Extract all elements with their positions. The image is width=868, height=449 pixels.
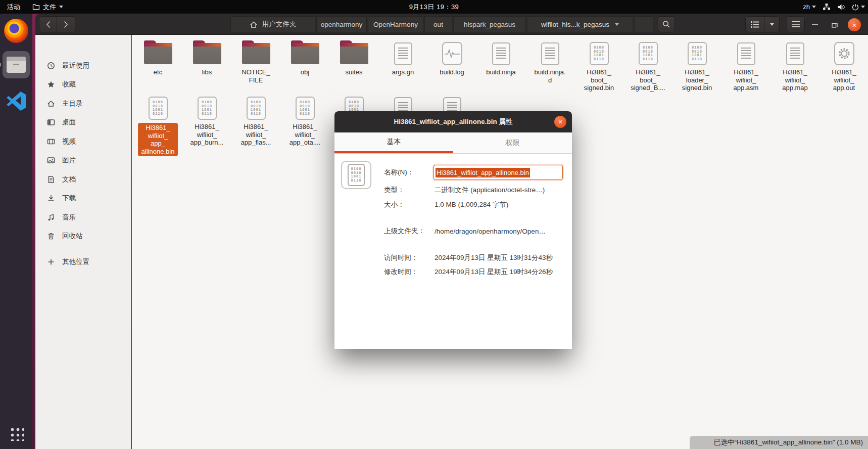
field-name: 名称(N)： — [384, 168, 435, 177]
sidebar-item-videos[interactable]: 视频 — [35, 132, 131, 151]
file-item[interactable]: 0100 0010 1001 0110 Hi3861_ wifiiot_ app… — [280, 96, 329, 156]
window-menu-button[interactable] — [787, 16, 805, 32]
app-menu-label: 文件 — [43, 3, 56, 12]
document-icon — [47, 175, 55, 184]
image-icon — [47, 156, 55, 164]
show-applications-icon[interactable] — [9, 426, 24, 441]
file-item[interactable]: suites — [329, 41, 378, 92]
firefox-icon[interactable] — [4, 19, 28, 43]
folder-icon — [242, 43, 270, 64]
file-item[interactable]: build.ninja — [476, 41, 525, 92]
vscode-icon[interactable] — [5, 89, 27, 112]
file-item[interactable]: Hi3861_ wifiiot_ app.asm — [721, 41, 770, 92]
breadcrumb-home[interactable]: 用户文件夹 — [230, 16, 315, 32]
file-name: Hi3861_ boot_ signed.bin — [584, 68, 614, 92]
field-value: 1.0 MB (1,009,284 字节) — [435, 200, 508, 209]
breadcrumb-out[interactable]: out — [424, 16, 452, 32]
breadcrumb-label: hispark_pegasus — [464, 21, 515, 28]
tab-permissions[interactable]: 权限 — [453, 132, 572, 153]
file-name: obj — [301, 68, 309, 76]
breadcrumb-openharmony[interactable]: openharmony — [316, 16, 367, 32]
file-item[interactable]: Hi3861_ wifiiot_ app.out — [819, 41, 868, 92]
file-name: Hi3861_ loader_ signed.bin — [682, 68, 712, 92]
sidebar-item-label: 视频 — [62, 137, 76, 146]
file-name: Hi3861_ wifiiot_ app_burn... — [190, 123, 224, 147]
binary-file-icon: 0100 0010 1001 0110 — [639, 42, 658, 65]
dialog-title-bar[interactable]: Hi3861_wifiiot_app_allinone.bin 属性 × — [334, 111, 572, 132]
window-close-button[interactable]: × — [848, 18, 861, 31]
back-button[interactable] — [39, 16, 57, 32]
chevron-down-icon — [812, 6, 816, 8]
download-icon — [47, 194, 55, 202]
active-app-indicator — [0, 63, 1, 67]
binary-file-icon-large: 0100 0010 1001 0110 — [341, 161, 371, 189]
file-item[interactable]: build.log — [427, 41, 476, 92]
sidebar-item-desktop[interactable]: 桌面 — [35, 113, 131, 132]
dialog-close-button[interactable]: × — [554, 116, 566, 128]
sidebar-item-label: 下载 — [62, 194, 76, 203]
power-menu[interactable] — [852, 4, 865, 11]
forward-button[interactable] — [57, 16, 75, 32]
file-item[interactable]: 0100 0010 1001 0110 Hi3861_ loader_ sign… — [672, 41, 721, 92]
folder-icon — [32, 4, 40, 10]
file-item[interactable]: 0100 0010 1001 0110 Hi3861_ boot_ signed… — [574, 41, 623, 92]
file-item[interactable]: 0100 0010 1001 0110 Hi3861_ wifiiot_ app… — [231, 96, 280, 156]
file-name: args.gn — [392, 68, 414, 76]
activities-button[interactable]: 活动 — [0, 0, 27, 14]
sidebar-item-pictures[interactable]: 图片 — [35, 151, 131, 170]
app-menu[interactable]: 文件 — [27, 0, 68, 14]
field-label: 修改时间： — [384, 267, 435, 277]
network-icon[interactable] — [823, 3, 831, 11]
sidebar-item-trash[interactable]: 回收站 — [35, 227, 131, 246]
sidebar-item-other-locations[interactable]: 其他位置 — [35, 252, 131, 272]
file-name-input[interactable]: Hi3861_wifiiot_app_allinone.bin — [433, 165, 563, 180]
file-item[interactable]: args.gn — [378, 41, 427, 92]
dialog-tabs: 基本 权限 — [334, 132, 572, 154]
field-label: 类型： — [384, 186, 435, 195]
files-app-icon[interactable] — [3, 51, 30, 78]
system-indicators[interactable]: zh — [803, 0, 865, 14]
text-file-icon — [492, 42, 510, 65]
file-item[interactable]: build.ninja. d — [525, 41, 574, 92]
input-method-label: zh — [803, 3, 810, 11]
file-item-selected[interactable]: 0100 0010 1001 0110 Hi3861_ wifiiot_ app… — [133, 96, 182, 156]
top-bar: 活动 文件 9月13日 19：39 zh — [0, 0, 868, 14]
file-item[interactable]: libs — [182, 41, 231, 92]
file-item[interactable]: NOTICE_ FILE — [231, 41, 280, 92]
sidebar-item-label: 回收站 — [62, 232, 83, 241]
view-options-button[interactable] — [764, 16, 780, 32]
minimize-button[interactable] — [807, 14, 823, 35]
sidebar-item-documents[interactable]: 文档 — [35, 170, 131, 189]
restore-button[interactable] — [827, 14, 842, 35]
breadcrumb-label: wifiiot_his...k_pegasus — [541, 21, 609, 28]
input-method-indicator[interactable]: zh — [803, 3, 816, 11]
field-type: 类型： 二进制文件 (application/octet-stre…) — [384, 186, 545, 195]
breadcrumb-OpenHarmony[interactable]: OpenHarmony — [368, 16, 423, 32]
breadcrumb-current-folder[interactable]: wifiiot_his...k_pegasus — [527, 16, 633, 32]
file-item[interactable]: etc — [133, 41, 182, 92]
file-item[interactable]: obj — [280, 41, 329, 92]
sidebar-item-label: 桌面 — [62, 118, 76, 127]
sidebar-item-music[interactable]: 音乐 — [35, 208, 131, 227]
list-view-button[interactable] — [745, 16, 764, 32]
clock[interactable]: 9月13日 19：39 — [409, 0, 459, 14]
sidebar-item-starred[interactable]: 收藏 — [35, 75, 131, 95]
sidebar-item-recent[interactable]: 最近使用 — [35, 56, 131, 75]
plus-icon — [47, 258, 55, 266]
sidebar-item-downloads[interactable]: 下载 — [35, 189, 131, 208]
volume-icon[interactable] — [837, 4, 845, 11]
file-name: build.ninja — [486, 68, 516, 76]
tab-basic[interactable]: 基本 — [334, 132, 453, 153]
field-label: 上级文件夹： — [384, 227, 435, 236]
sidebar-item-home[interactable]: 主目录 — [35, 94, 131, 113]
file-item[interactable]: 0100 0010 1001 0110 Hi3861_ wifiiot_ app… — [182, 96, 231, 156]
breadcrumb-label: out — [433, 21, 443, 28]
file-item[interactable]: 0100 0010 1001 0110 Hi3861_ boot_ signed… — [623, 41, 672, 92]
binary-file-icon: 0100 0010 1001 0110 — [296, 97, 315, 120]
search-button[interactable] — [658, 16, 675, 32]
sidebar-item-label: 音乐 — [62, 213, 76, 222]
file-row-1: etc libs NOTICE_ FILE obj suites args.gn — [133, 41, 868, 92]
breadcrumb-hispark-pegasus[interactable]: hispark_pegasus — [453, 16, 526, 32]
file-item[interactable]: Hi3861_ wifiiot_ app.map — [770, 41, 819, 92]
status-bar: 已选中“Hi3861_wifiiot_app_allinone.bin” (1.… — [690, 436, 868, 449]
